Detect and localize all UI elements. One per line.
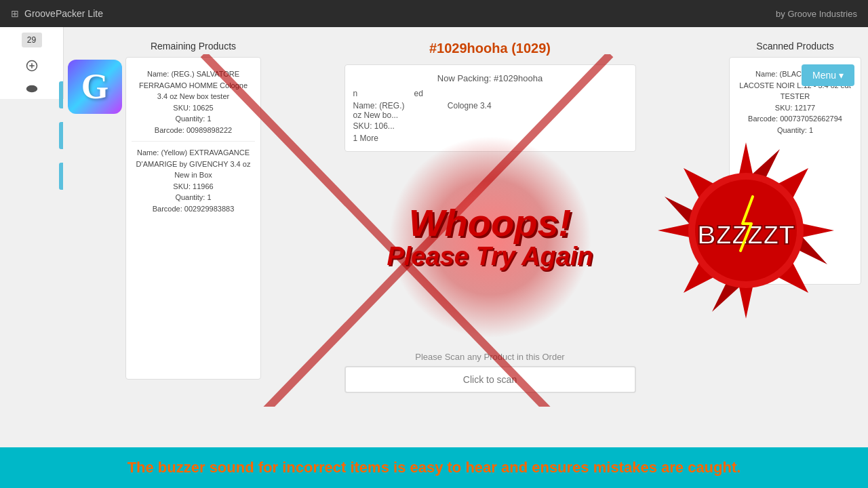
menu-button[interactable]: Menu ▾ <box>802 64 854 86</box>
remaining-title: Remaining Products <box>125 41 261 52</box>
bottom-banner: The buzzer sound for incorrect items is … <box>0 447 868 488</box>
packing-box: Now Packing: #1029hooha n ed Name: (REG.… <box>344 64 636 152</box>
topbar-left: ⊞ GroovePacker Lite <box>11 8 103 19</box>
whoops-line2: Please Try Again <box>387 242 593 271</box>
sidebar-eye-icon[interactable] <box>8 79 56 99</box>
list-item: Name: (REG.) SALVATORE FERRAGAMO HOMME C… <box>132 63 255 142</box>
product-barcode: Barcode: 002929983883 <box>134 203 252 215</box>
product-qty: Quantity: 1 <box>134 113 252 125</box>
error-message: Whoops! Please Try Again <box>387 204 593 271</box>
remaining-products-panel: Remaining Products Name: (REG.) SALVATOR… <box>125 41 261 380</box>
remaining-list: Name: (REG.) SALVATORE FERRAGAMO HOMME C… <box>125 57 261 380</box>
logo-area: G <box>68 60 122 114</box>
logo-image: G <box>68 60 122 114</box>
product-name: Name: (Yellow) EXTRAVAGANCE D'AMARIGE by… <box>134 147 252 181</box>
sidebar-add-icon[interactable] <box>8 56 56 76</box>
list-item: Name: (Yellow) EXTRAVAGANCE D'AMARIGE by… <box>132 142 255 220</box>
topbar: ⊞ GroovePacker Lite by Groove Industries <box>0 0 868 27</box>
product-barcode: Barcode: 00989898222 <box>134 125 252 136</box>
scan-area: Please Scan any Product in this Order <box>344 352 636 393</box>
scan-input[interactable] <box>344 366 636 393</box>
topbar-by: by Groove Industries <box>776 9 857 19</box>
app-title: GroovePacker Lite <box>24 8 103 19</box>
packing-item-sku: SKU: 106... <box>353 121 627 131</box>
scanned-product-barcode: Barcode: 000737052662794 <box>738 113 852 125</box>
whoops-line1: Whoops! <box>387 204 593 242</box>
logo-letter: G <box>81 69 108 104</box>
scanned-product-qty: Quantity: 1 <box>738 125 852 136</box>
packing-item-more: 1 More <box>353 134 627 143</box>
scanned-product-sku: SKU: 12177 <box>738 102 852 114</box>
packing-header: Now Packing: #1029hooha <box>353 73 627 83</box>
product-qty: Quantity: 1 <box>134 192 252 203</box>
scan-hint: Please Scan any Product in this Order <box>344 352 636 362</box>
banner-text: The buzzer sound for incorrect items is … <box>127 459 741 476</box>
badge-count: 29 <box>22 33 42 47</box>
product-sku: SKU: 11966 <box>134 181 252 192</box>
grid-icon: ⊞ <box>11 8 19 19</box>
packing-item-label: n ed <box>353 89 627 98</box>
svg-point-4 <box>30 87 33 91</box>
sidebar-strip: 29 <box>0 27 64 99</box>
packing-item-name: Name: (REG.) Cologne 3.4oz New bo... <box>353 101 627 120</box>
product-name: Name: (REG.) SALVATORE FERRAGAMO HOMME C… <box>134 68 252 102</box>
scanned-title: Scanned Products <box>729 41 861 52</box>
order-title: #1029hooha (1029) <box>429 41 551 56</box>
product-sku: SKU: 10625 <box>134 102 252 114</box>
center-panel: #1029hooha (1029) Now Packing: #1029hooh… <box>268 27 712 447</box>
scanned-list: Name: (BLACK) Eau de LACOSTE NOIR L.12 -… <box>729 57 861 285</box>
red-glow-effect <box>389 136 592 339</box>
